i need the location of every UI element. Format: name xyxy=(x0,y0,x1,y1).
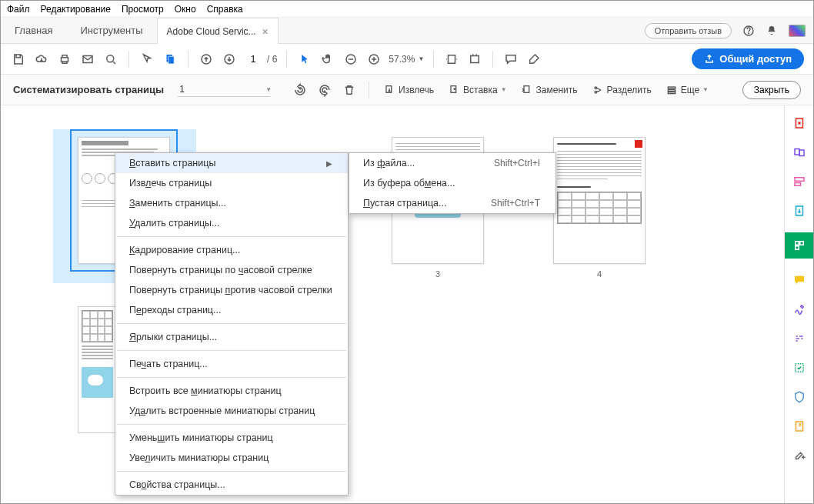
svg-rect-27 xyxy=(795,242,799,245)
zoom-in-icon[interactable] xyxy=(365,51,382,68)
rr-create-pdf-icon[interactable] xyxy=(792,115,807,131)
organize-title: Систематизировать страницы xyxy=(13,84,164,95)
rr-export-icon[interactable] xyxy=(792,203,807,219)
separator xyxy=(117,424,346,425)
submenu-insert: Из файла...Shift+Ctrl+I Из буфера обмена… xyxy=(349,152,556,214)
page-thumb-4[interactable] xyxy=(553,137,646,264)
rotate-cw-icon[interactable] xyxy=(316,82,333,98)
ctx-transitions[interactable]: Переходы страниц... xyxy=(115,300,348,320)
rotate-ccw-icon[interactable] xyxy=(292,82,309,98)
page-up-icon[interactable] xyxy=(198,51,215,68)
rr-organize-active[interactable] xyxy=(785,232,814,259)
help-icon[interactable] xyxy=(742,25,755,37)
search-icon[interactable] xyxy=(102,51,119,68)
pan-icon[interactable] xyxy=(319,51,336,68)
feedback-button[interactable]: Отправить отзыв xyxy=(645,23,732,38)
sub-from-clipboard[interactable]: Из буфера обмена... xyxy=(349,173,555,193)
extract-button[interactable]: Извлечь xyxy=(380,82,437,98)
page-current-input[interactable] xyxy=(244,54,262,65)
sub-blank-page[interactable]: Пустая страница...Shift+Ctrl+T xyxy=(349,193,555,213)
ctx-delete-pages[interactable]: Удалить страницы... xyxy=(115,213,348,233)
ctx-labels[interactable]: Ярлыки страницы... xyxy=(115,327,348,347)
separator xyxy=(117,377,346,378)
tab-tools[interactable]: Инструменты xyxy=(66,18,156,44)
separator xyxy=(286,51,287,68)
svg-point-17 xyxy=(595,91,597,93)
separator xyxy=(492,51,493,68)
page-label-4: 4 xyxy=(553,269,646,279)
ctx-print[interactable]: Печать страниц... xyxy=(115,354,348,374)
delete-icon[interactable] xyxy=(341,82,358,98)
share-button[interactable]: Общий доступ xyxy=(692,48,804,69)
rr-more-tools-icon[interactable] xyxy=(792,448,807,463)
close-button[interactable]: Закрыть xyxy=(742,81,801,99)
ctx-replace-pages[interactable]: Заменить страницы... xyxy=(115,193,348,213)
fit-page-icon[interactable] xyxy=(466,51,483,68)
save-icon[interactable] xyxy=(10,51,27,68)
ctx-crop-pages[interactable]: Кадрирование страниц... xyxy=(115,240,348,260)
rr-compress-icon[interactable] xyxy=(792,419,807,434)
print-icon[interactable] xyxy=(56,51,73,68)
comment-icon[interactable] xyxy=(502,51,519,68)
svg-rect-23 xyxy=(799,150,804,156)
page-thumb-5[interactable] xyxy=(78,306,116,433)
separator xyxy=(117,350,346,351)
menu-bar: Файл Редактирование Просмотр Окно Справк… xyxy=(1,1,813,18)
menu-view[interactable]: Просмотр xyxy=(122,4,164,15)
menu-file[interactable]: Файл xyxy=(7,4,30,15)
rr-edit-icon[interactable] xyxy=(792,174,807,189)
ctx-enlarge-thumbs[interactable]: Увеличить миниатюры страниц xyxy=(115,448,348,468)
tab-document[interactable]: Adobe Cloud Servic... × xyxy=(157,18,279,44)
rr-optimize-icon[interactable] xyxy=(792,360,807,375)
page-label-3: 3 xyxy=(392,269,484,279)
svg-point-4 xyxy=(107,55,114,62)
organize-toolbar: Систематизировать страницы ▼ Извлечь Вст… xyxy=(1,75,813,105)
rr-combine-icon[interactable] xyxy=(792,145,807,160)
rr-protect-icon[interactable] xyxy=(792,389,807,405)
svg-rect-2 xyxy=(62,57,68,61)
rr-sign-icon[interactable] xyxy=(792,302,807,317)
ctx-extract-pages[interactable]: Извлечь страницы xyxy=(115,173,348,193)
svg-rect-22 xyxy=(795,149,799,155)
ctx-insert-pages[interactable]: Вставить страницы▶ xyxy=(115,153,348,173)
hand-cursor-icon[interactable] xyxy=(138,51,155,68)
split-button[interactable]: Разделить xyxy=(589,82,655,98)
page-down-icon[interactable] xyxy=(221,51,238,68)
more-button[interactable]: Еще▼ xyxy=(662,82,712,98)
ctx-remove-thumbs[interactable]: Удалить встроенные миниатюры страниц xyxy=(115,401,348,421)
svg-point-1 xyxy=(749,32,749,33)
ctx-rotate-cw[interactable]: Повернуть страницы по часовой стрелке xyxy=(115,260,348,280)
sub-from-file[interactable]: Из файла...Shift+Ctrl+I xyxy=(349,153,555,173)
cloud-icon[interactable] xyxy=(33,51,50,68)
fit-width-icon[interactable] xyxy=(443,51,460,68)
rr-redact-icon[interactable] xyxy=(792,331,807,346)
highlight-icon[interactable] xyxy=(525,51,542,68)
ctx-reduce-thumbs[interactable]: Уменьшить миниатюры страниц xyxy=(115,428,348,448)
page-range-select[interactable] xyxy=(178,82,270,97)
menu-help[interactable]: Справка xyxy=(207,4,243,15)
mail-icon[interactable] xyxy=(79,51,96,68)
bell-icon[interactable] xyxy=(766,25,778,37)
replace-button[interactable]: Заменить xyxy=(518,82,581,98)
separator xyxy=(117,323,346,324)
ctx-properties[interactable]: Свойства страницы... xyxy=(115,475,348,495)
menu-edit[interactable]: Редактирование xyxy=(41,4,111,15)
context-menu: Вставить страницы▶ Извлечь страницы Заме… xyxy=(115,152,349,496)
svg-rect-25 xyxy=(795,183,801,186)
ctx-embed-thumbs[interactable]: Встроить все миниатюры страниц xyxy=(115,381,348,401)
tab-home[interactable]: Главная xyxy=(1,18,66,44)
close-tab-icon[interactable]: × xyxy=(262,25,269,38)
pages-icon[interactable] xyxy=(162,51,178,68)
pointer-icon[interactable] xyxy=(296,51,313,68)
avatar[interactable] xyxy=(789,25,806,37)
menu-window[interactable]: Окно xyxy=(175,4,196,15)
main-toolbar: / 6 57.3%▼ Общий доступ xyxy=(1,44,813,75)
rr-comment-icon[interactable] xyxy=(792,272,807,288)
page-total-label: / 6 xyxy=(267,54,277,65)
insert-button[interactable]: Вставка▼ xyxy=(445,82,510,98)
separator xyxy=(128,51,129,68)
separator xyxy=(188,51,188,68)
ctx-rotate-ccw[interactable]: Повернуть страницы против часовой стрелк… xyxy=(115,280,348,300)
zoom-out-icon[interactable] xyxy=(342,51,359,68)
zoom-select[interactable]: 57.3%▼ xyxy=(389,54,424,65)
